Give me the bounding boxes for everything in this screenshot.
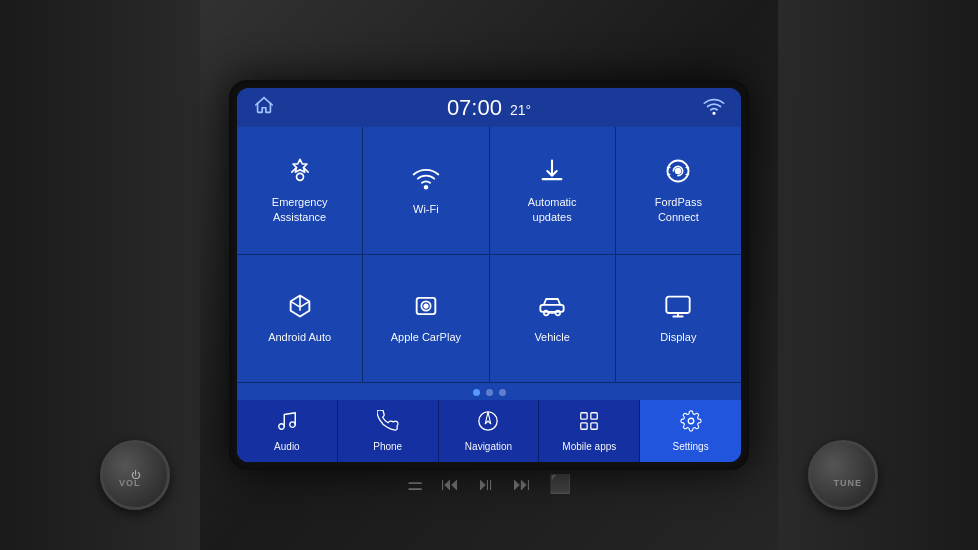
mobile-apps-nav-button[interactable]: Mobile apps	[539, 400, 640, 462]
svg-rect-16	[581, 413, 587, 419]
download-icon	[538, 157, 566, 189]
tune-label: TUNE	[834, 478, 863, 488]
mobile-apps-nav-label: Mobile apps	[562, 441, 616, 452]
infotainment-screen: 07:00 21°	[237, 88, 741, 462]
svg-rect-17	[591, 413, 597, 419]
navigation-icon	[477, 410, 499, 437]
vehicle-button[interactable]: Vehicle	[490, 255, 615, 382]
svg-rect-11	[667, 297, 690, 313]
carplay-icon	[412, 292, 440, 324]
fordpass-connect-label: FordPassConnect	[655, 195, 702, 224]
home-icon[interactable]	[253, 94, 275, 121]
svg-marker-15	[486, 412, 492, 424]
dot-1	[473, 389, 480, 396]
clock-display: 07:00 21°	[447, 95, 531, 121]
automatic-updates-label: Automaticupdates	[528, 195, 577, 224]
next-track-button[interactable]: ⏭	[513, 474, 531, 495]
main-content: EmergencyAssistance Wi-Fi	[237, 127, 741, 462]
display-label: Display	[660, 330, 696, 344]
media-controls: ⚌ ⏮ ⏯ ⏭ ⬛	[407, 473, 571, 495]
dot-2	[486, 389, 493, 396]
wifi-button[interactable]: Wi-Fi	[363, 127, 488, 254]
settings-nav-label: Settings	[673, 441, 709, 452]
phone-nav-label: Phone	[373, 441, 402, 452]
android-auto-button[interactable]: Android Auto	[237, 255, 362, 382]
screen-header: 07:00 21°	[237, 88, 741, 127]
svg-point-20	[688, 418, 694, 424]
apple-carplay-button[interactable]: Apple CarPlay	[363, 255, 488, 382]
play-pause-button[interactable]: ⏯	[477, 474, 495, 495]
car-dashboard: ⏻ VOL TUNE ⚌ ⏮ ⏯ ⏭ ⬛ 07:00	[0, 0, 978, 550]
phone-icon	[377, 410, 399, 437]
automatic-updates-button[interactable]: Automaticupdates	[490, 127, 615, 254]
android-auto-label: Android Auto	[268, 330, 331, 344]
pagination-dots	[237, 383, 741, 400]
bottom-navigation: Audio Phone	[237, 400, 741, 462]
settings-icon	[680, 410, 702, 437]
audio-nav-label: Audio	[274, 441, 300, 452]
navigation-nav-button[interactable]: Navigation	[439, 400, 540, 462]
emergency-assistance-label: EmergencyAssistance	[272, 195, 328, 224]
svg-point-4	[676, 169, 681, 174]
svg-point-0	[713, 112, 715, 114]
mobile-apps-icon	[578, 410, 600, 437]
phone-nav-button[interactable]: Phone	[338, 400, 439, 462]
svg-point-2	[424, 186, 427, 189]
svg-rect-8	[540, 305, 563, 312]
svg-point-7	[424, 305, 428, 309]
display-icon	[664, 292, 692, 324]
audio-nav-button[interactable]: Audio	[237, 400, 338, 462]
app-grid: EmergencyAssistance Wi-Fi	[237, 127, 741, 383]
screen-bezel: 07:00 21°	[229, 80, 749, 470]
emergency-assistance-button[interactable]: EmergencyAssistance	[237, 127, 362, 254]
svg-rect-18	[581, 423, 587, 429]
eq-icon[interactable]: ⚌	[407, 473, 423, 495]
current-time: 07:00	[447, 95, 502, 121]
settings-nav-button[interactable]: Settings	[640, 400, 741, 462]
volume-knob[interactable]: ⏻	[100, 440, 170, 510]
dot-3	[499, 389, 506, 396]
wifi-status-icon	[703, 95, 725, 121]
display-button[interactable]: Display	[616, 255, 741, 382]
vehicle-icon	[538, 292, 566, 324]
emergency-icon	[286, 157, 314, 189]
fordpass-connect-button[interactable]: FordPassConnect	[616, 127, 741, 254]
svg-point-10	[556, 311, 561, 316]
apple-carplay-label: Apple CarPlay	[391, 330, 461, 344]
svg-point-9	[544, 311, 549, 316]
media-icon[interactable]: ⬛	[549, 473, 571, 495]
fordpass-icon	[664, 157, 692, 189]
temperature-display: 21°	[510, 102, 531, 118]
navigation-nav-label: Navigation	[465, 441, 512, 452]
svg-point-12	[279, 424, 285, 430]
volume-label: VOL	[119, 478, 141, 488]
svg-point-1	[296, 174, 303, 181]
svg-rect-19	[591, 423, 597, 429]
svg-point-13	[290, 422, 296, 428]
android-auto-icon	[286, 292, 314, 324]
wifi-label: Wi-Fi	[413, 202, 439, 216]
wifi-icon	[412, 164, 440, 196]
audio-icon	[276, 410, 298, 437]
prev-track-button[interactable]: ⏮	[441, 474, 459, 495]
vehicle-label: Vehicle	[534, 330, 569, 344]
tune-knob[interactable]	[808, 440, 878, 510]
